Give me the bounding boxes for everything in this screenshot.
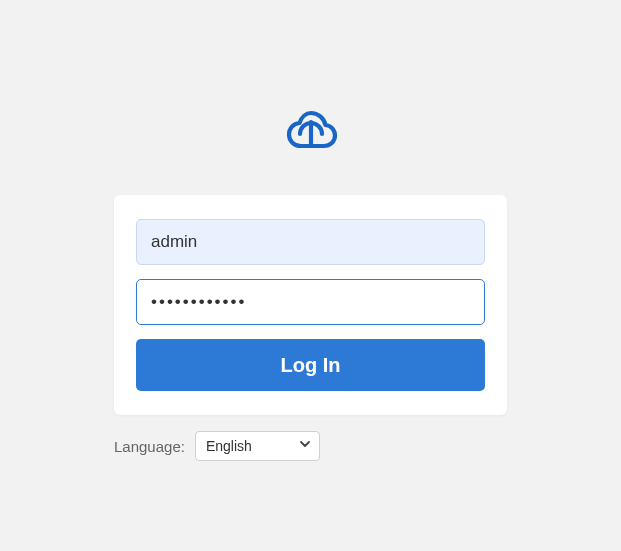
login-card: Log In bbox=[114, 195, 507, 415]
username-input[interactable] bbox=[136, 219, 485, 265]
language-select-wrap: English bbox=[195, 431, 320, 461]
login-button[interactable]: Log In bbox=[136, 339, 485, 391]
app-logo bbox=[283, 105, 339, 165]
cloud-sync-icon bbox=[283, 105, 339, 161]
language-row: Language: English bbox=[114, 431, 507, 461]
language-select[interactable]: English bbox=[195, 431, 320, 461]
language-label: Language: bbox=[114, 438, 185, 455]
password-input[interactable] bbox=[136, 279, 485, 325]
